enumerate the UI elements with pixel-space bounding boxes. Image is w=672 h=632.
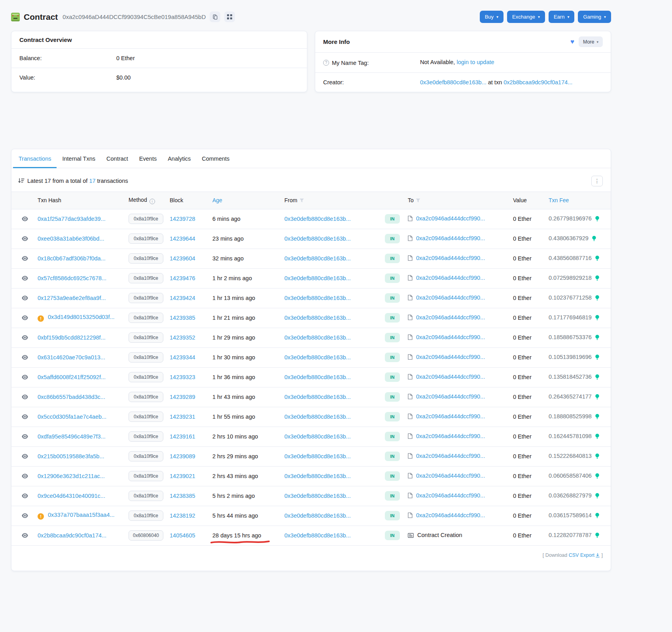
- block-link[interactable]: 14239352: [170, 334, 195, 341]
- to-address-link[interactable]: 0xa2c0946ad444dccf990...: [416, 255, 485, 261]
- view-txn-details-button[interactable]: [21, 473, 29, 479]
- view-txn-details-button[interactable]: [21, 374, 29, 380]
- txn-hash-link[interactable]: 0x215b00519588e3fa5b...: [38, 453, 104, 459]
- from-address-link[interactable]: 0x3e0defb880cd8e163b...: [284, 295, 351, 301]
- view-txn-details-button[interactable]: [21, 216, 29, 222]
- qr-code-button[interactable]: [224, 11, 235, 22]
- from-address-link[interactable]: 0x3e0defb880cd8e163b...: [284, 532, 351, 539]
- from-address-link[interactable]: 0x3e0defb880cd8e163b...: [284, 334, 351, 341]
- tab-contract[interactable]: Contract: [101, 149, 134, 168]
- txn-hash-link[interactable]: 0x2b8bcaa9dc90cf0a174...: [38, 532, 106, 539]
- nav-earn-button[interactable]: Earn ▾: [549, 11, 575, 23]
- txn-hash-link[interactable]: 0xc86b6557badd438d3c...: [38, 394, 105, 400]
- view-txn-details-button[interactable]: [21, 255, 29, 262]
- to-address-link[interactable]: 0xa2c0946ad444dccf990...: [416, 473, 485, 479]
- txn-hash-link[interactable]: 0x57cf8586dc6925c7678...: [38, 275, 106, 281]
- view-txn-details-button[interactable]: [21, 315, 29, 321]
- copy-address-button[interactable]: [210, 11, 220, 22]
- filter-icon[interactable]: [299, 197, 304, 204]
- view-txn-details-button[interactable]: [21, 235, 29, 242]
- txn-hash-link[interactable]: 0xbf159db5cdd8212298f...: [38, 334, 106, 341]
- view-txn-details-button[interactable]: [21, 512, 29, 519]
- to-address-link[interactable]: 0xa2c0946ad444dccf990...: [416, 275, 485, 281]
- favorite-heart-button[interactable]: ♥: [569, 38, 575, 45]
- block-link[interactable]: 14239424: [170, 295, 195, 301]
- col-age-sort[interactable]: Age: [209, 192, 281, 209]
- view-txn-details-button[interactable]: [21, 334, 29, 341]
- txn-hash-link[interactable]: 0x5cc0d305fa1ae7c4aeb...: [38, 414, 106, 420]
- from-address-link[interactable]: 0x3e0defb880cd8e163b...: [284, 512, 351, 519]
- block-link[interactable]: 14239289: [170, 394, 195, 400]
- nav-gaming-button[interactable]: Gaming ▾: [578, 11, 611, 23]
- to-address-link[interactable]: 0xa2c0946ad444dccf990...: [416, 374, 485, 380]
- block-link[interactable]: 14239604: [170, 255, 195, 262]
- block-link[interactable]: 14239476: [170, 275, 195, 281]
- from-address-link[interactable]: 0x3e0defb880cd8e163b...: [284, 414, 351, 420]
- to-address-link[interactable]: 0xa2c0946ad444dccf990...: [416, 492, 485, 499]
- txn-hash-link[interactable]: 0xa1f25a77dac93afde39...: [38, 216, 106, 222]
- creator-txn-link[interactable]: 0x2b8bcaa9dc90cf0a174...: [504, 79, 572, 85]
- block-link[interactable]: 14239161: [170, 433, 195, 440]
- to-address-link[interactable]: 0xa2c0946ad444dccf990...: [416, 413, 485, 419]
- nav-buy-button[interactable]: Buy ▾: [480, 11, 504, 23]
- txn-hash-link[interactable]: 0xdfa95e85496c489e7f3...: [38, 433, 106, 440]
- to-address-link[interactable]: 0xa2c0946ad444dccf990...: [416, 433, 485, 439]
- csv-export-link[interactable]: CSV Export: [569, 552, 594, 558]
- to-address-link[interactable]: 0xa2c0946ad444dccf990...: [416, 512, 485, 518]
- to-address-link[interactable]: 0xa2c0946ad444dccf990...: [416, 453, 485, 459]
- creator-address-link[interactable]: 0x3e0defb880cd8e163b...: [420, 79, 486, 85]
- txn-hash-link[interactable]: 0xee038a31ab6e3f06bd...: [38, 235, 104, 242]
- view-txn-details-button[interactable]: [21, 433, 29, 440]
- from-address-link[interactable]: 0x3e0defb880cd8e163b...: [284, 216, 351, 222]
- tab-comments[interactable]: Comments: [196, 149, 235, 168]
- from-address-link[interactable]: 0x3e0defb880cd8e163b...: [284, 394, 351, 400]
- tab-internal-txns[interactable]: Internal Txns: [57, 149, 101, 168]
- filter-icon[interactable]: [416, 197, 420, 204]
- txn-hash-link[interactable]: 0x18c0b67adf306b7f0da...: [38, 255, 106, 262]
- block-link[interactable]: 14239021: [170, 473, 195, 479]
- view-txn-details-button[interactable]: [21, 453, 29, 459]
- from-address-link[interactable]: 0x3e0defb880cd8e163b...: [284, 315, 351, 321]
- to-address-link[interactable]: 0xa2c0946ad444dccf990...: [416, 334, 485, 340]
- nav-exchange-button[interactable]: Exchange ▾: [507, 11, 545, 23]
- to-address-link[interactable]: 0xa2c0946ad444dccf990...: [416, 294, 485, 301]
- from-address-link[interactable]: 0x3e0defb880cd8e163b...: [284, 235, 351, 242]
- txn-hash-link[interactable]: 0x12906e3623d1c211ac...: [38, 473, 105, 479]
- view-txn-details-button[interactable]: [21, 493, 29, 499]
- more-dropdown-button[interactable]: More ▾: [579, 36, 603, 47]
- txn-hash-link[interactable]: 0x12753a9ea6e2ef8aa9f...: [38, 295, 106, 301]
- from-address-link[interactable]: 0x3e0defb880cd8e163b...: [284, 275, 351, 281]
- block-link[interactable]: 14239089: [170, 453, 195, 459]
- block-link[interactable]: 14239644: [170, 235, 195, 242]
- txn-hash-link[interactable]: 0x631c4620ae70c9a013...: [38, 354, 105, 361]
- block-link[interactable]: 14054605: [170, 532, 195, 539]
- txn-hash-link[interactable]: 0x337a707baaa15f3aa4...: [48, 512, 115, 518]
- block-link[interactable]: 14238192: [170, 512, 195, 519]
- block-link[interactable]: 14238385: [170, 493, 195, 499]
- from-address-link[interactable]: 0x3e0defb880cd8e163b...: [284, 473, 351, 479]
- block-link[interactable]: 14239231: [170, 414, 195, 420]
- tab-analytics[interactable]: Analytics: [162, 149, 196, 168]
- block-link[interactable]: 14239323: [170, 374, 195, 380]
- block-link[interactable]: 14239344: [170, 354, 195, 361]
- from-address-link[interactable]: 0x3e0defb880cd8e163b...: [284, 493, 351, 499]
- to-address-link[interactable]: 0xa2c0946ad444dccf990...: [416, 354, 485, 360]
- to-address-link[interactable]: 0xa2c0946ad444dccf990...: [416, 235, 485, 241]
- from-address-link[interactable]: 0x3e0defb880cd8e163b...: [284, 374, 351, 380]
- txn-hash-link[interactable]: 0x9ce04d64310e40091c...: [38, 493, 105, 499]
- view-txn-details-button[interactable]: [21, 532, 29, 539]
- from-address-link[interactable]: 0x3e0defb880cd8e163b...: [284, 433, 351, 440]
- from-address-link[interactable]: 0x3e0defb880cd8e163b...: [284, 354, 351, 361]
- to-address-link[interactable]: 0xa2c0946ad444dccf990...: [416, 393, 485, 400]
- table-options-button[interactable]: ⋮: [591, 176, 603, 186]
- from-address-link[interactable]: 0x3e0defb880cd8e163b...: [284, 453, 351, 459]
- tab-events[interactable]: Events: [134, 149, 162, 168]
- to-address-link[interactable]: 0xa2c0946ad444dccf990...: [416, 314, 485, 321]
- view-txn-details-button[interactable]: [21, 295, 29, 301]
- login-to-update-link[interactable]: login to update: [456, 59, 494, 65]
- view-txn-details-button[interactable]: [21, 414, 29, 420]
- tab-transactions[interactable]: Transactions: [13, 149, 57, 168]
- col-txn-fee-sort[interactable]: Txn Fee: [545, 192, 611, 209]
- from-address-link[interactable]: 0x3e0defb880cd8e163b...: [284, 255, 351, 262]
- view-txn-details-button[interactable]: [21, 275, 29, 281]
